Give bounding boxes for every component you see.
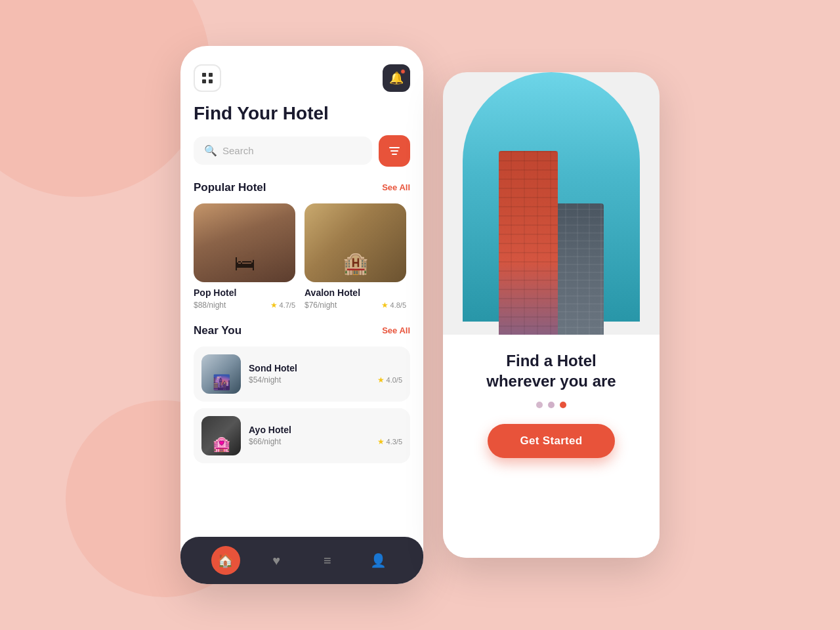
search-row: 🔍 Search [194, 135, 410, 167]
rating-sond: 4.0/5 [387, 376, 402, 384]
nav-home[interactable]: 🏠 [211, 546, 240, 575]
grid-menu-button[interactable] [194, 64, 221, 92]
building-tall [499, 151, 558, 335]
nav-favorites[interactable]: ♥ [262, 546, 291, 575]
hotel-card-image-pop [194, 203, 295, 282]
notification-dot [400, 69, 406, 74]
near-hotel-rating-ayo: ★ 4.3/5 [377, 437, 402, 446]
near-you-list: Sond Hotel $54/night ★ 4.0/5 Ayo Hotel [194, 346, 410, 463]
hotel-image-2 [304, 203, 406, 282]
right-title-line2: wherever you are [486, 372, 616, 390]
hotel-image-1 [194, 203, 295, 282]
near-hotel-sond[interactable]: Sond Hotel $54/night ★ 4.0/5 [194, 346, 410, 402]
filter-button[interactable] [379, 135, 410, 167]
nav-bookings[interactable]: ≡ [313, 546, 342, 575]
hotel-name-pop: Pop Hotel [194, 287, 295, 298]
near-hotel-ayo[interactable]: Ayo Hotel $66/night ★ 4.3/5 [194, 408, 410, 463]
hotel-card-footer-pop: $88/night ★ 4.7/5 [194, 301, 295, 310]
search-icon: 🔍 [204, 144, 217, 157]
near-hotel-name-ayo: Ayo Hotel [249, 425, 402, 435]
filter-line [390, 150, 398, 152]
get-started-button[interactable]: Get Started [488, 424, 616, 458]
popular-see-all[interactable]: See All [382, 182, 410, 192]
dot-1[interactable] [536, 402, 543, 408]
near-hotel-price-sond: $54/night [249, 375, 281, 385]
hotel-name-avalon: Avalon Hotel [304, 287, 406, 298]
near-hotel-image-sond [201, 354, 241, 394]
near-hotel-price-ayo: $66/night [249, 437, 281, 446]
nav-profile[interactable]: 👤 [364, 546, 392, 575]
near-you-section-header: Near You See All [194, 324, 410, 337]
carousel-dots [536, 402, 566, 408]
notification-button[interactable]: 🔔 [383, 64, 410, 92]
near-hotel-info-ayo: Ayo Hotel $66/night ★ 4.3/5 [249, 425, 402, 446]
near-hotel-rating-sond: ★ 4.0/5 [377, 375, 402, 385]
rating-value-pop: 4.7/5 [280, 301, 295, 309]
near-hotel-footer-sond: $54/night ★ 4.0/5 [249, 375, 402, 385]
grid-dot [202, 73, 206, 77]
right-phone-title: Find a Hotel wherever you are [486, 350, 616, 391]
building-illustration [499, 151, 604, 335]
person-icon: 👤 [370, 553, 387, 568]
home-icon: 🏠 [217, 553, 234, 568]
rating-ayo: 4.3/5 [387, 438, 402, 446]
right-phone: Find a Hotel wherever you are Get Starte… [443, 72, 660, 558]
phones-container: 🔔 Find Your Hotel 🔍 Search Popular Hote [180, 46, 660, 584]
hotel-price-pop: $88/night [194, 301, 226, 310]
search-input[interactable]: 🔍 Search [194, 136, 372, 165]
hotel-card-pop[interactable]: Pop Hotel $88/night ★ 4.7/5 [194, 203, 295, 310]
bg-decoration-1 [0, 0, 210, 197]
list-icon: ≡ [324, 553, 331, 568]
building-short [555, 203, 604, 335]
rating-value-avalon: 4.8/5 [390, 301, 406, 309]
near-you-title: Near You [194, 324, 242, 337]
popular-hotels-list: Pop Hotel $88/night ★ 4.7/5 Avalon Hotel… [194, 203, 410, 310]
dot-3-active[interactable] [560, 402, 566, 408]
dot-2[interactable] [548, 402, 555, 408]
hotel-card-footer-avalon: $76/night ★ 4.8/5 [304, 301, 406, 310]
hotel-card-avalon[interactable]: Avalon Hotel $76/night ★ 4.8/5 [304, 203, 406, 310]
near-hotel-name-sond: Sond Hotel [249, 363, 402, 373]
filter-line [392, 154, 397, 155]
hotel-rating-avalon: ★ 4.8/5 [381, 301, 406, 310]
star-icon: ★ [377, 437, 385, 446]
filter-line [389, 147, 400, 148]
star-icon: ★ [377, 375, 385, 385]
search-placeholder: Search [222, 145, 254, 156]
right-title-line1: Find a Hotel [506, 352, 596, 369]
heart-icon: ♥ [272, 553, 280, 568]
near-hotel-info-sond: Sond Hotel $54/night ★ 4.0/5 [249, 363, 402, 385]
bottom-navigation: 🏠 ♥ ≡ 👤 [180, 537, 423, 584]
popular-section-header: Popular Hotel See All [194, 181, 410, 194]
filter-icon [389, 147, 400, 155]
grid-dot [209, 79, 213, 83]
grid-dot [202, 79, 206, 83]
right-phone-content: Find a Hotel wherever you are Get Starte… [443, 335, 660, 558]
popular-section-title: Popular Hotel [194, 181, 266, 194]
grid-icon [202, 73, 213, 83]
near-hotel-image-ayo [201, 416, 241, 455]
near-you-see-all[interactable]: See All [382, 326, 410, 335]
page-title: Find Your Hotel [194, 102, 410, 125]
left-phone: 🔔 Find Your Hotel 🔍 Search Popular Hote [180, 46, 423, 584]
star-icon: ★ [270, 301, 278, 310]
near-hotel-footer-ayo: $66/night ★ 4.3/5 [249, 437, 402, 446]
hotel-price-avalon: $76/night [304, 301, 337, 310]
arch-hero-image [443, 72, 660, 335]
hotel-rating-pop: ★ 4.7/5 [270, 301, 295, 310]
grid-dot [209, 73, 213, 77]
hotel-card-image-avalon [304, 203, 406, 282]
phone-header: 🔔 [194, 64, 410, 92]
star-icon: ★ [381, 301, 388, 310]
